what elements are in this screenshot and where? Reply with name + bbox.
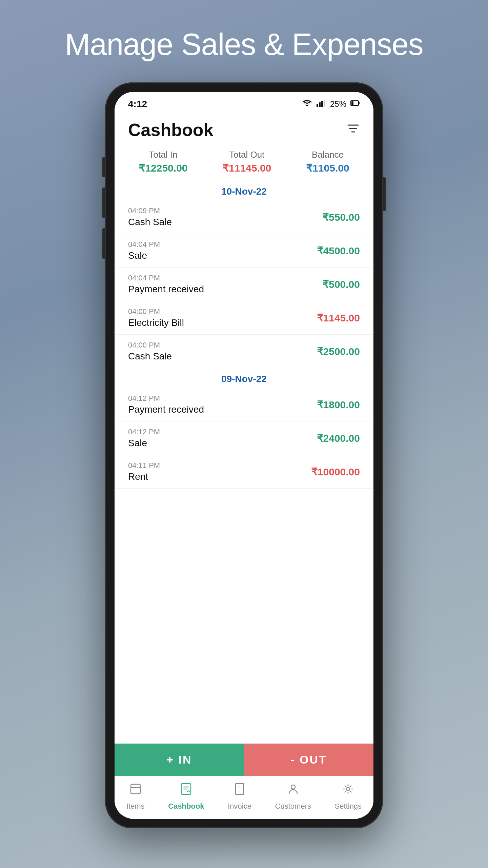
summary-total-in: Total In ₹12250.00: [139, 150, 187, 174]
tx-amount: ₹10000.00: [311, 466, 360, 478]
tx-amount: ₹2500.00: [317, 346, 360, 357]
summary-balance: Balance ₹1105.00: [306, 150, 349, 174]
settings-nav-label: Settings: [335, 802, 362, 811]
transaction-item[interactable]: 04:04 PMPayment received₹500.00: [115, 268, 373, 301]
tx-amount: ₹550.00: [322, 211, 360, 223]
transaction-item[interactable]: 04:00 PMCash Sale₹2500.00: [115, 335, 373, 368]
in-button[interactable]: + IN: [115, 744, 244, 776]
out-button[interactable]: - OUT: [244, 744, 373, 776]
customers-nav-label: Customers: [275, 802, 311, 811]
tx-amount: ₹500.00: [322, 278, 360, 290]
phone-screen: 4:12: [115, 92, 373, 819]
status-time: 4:12: [128, 99, 147, 110]
settings-nav-icon: [341, 782, 355, 800]
transaction-item[interactable]: 04:11 PMRent₹10000.00: [115, 455, 373, 489]
balance-label: Balance: [306, 150, 349, 160]
wifi-icon: [302, 99, 312, 109]
transaction-item[interactable]: 04:12 PMSale₹2400.00: [115, 421, 373, 455]
battery-icon: [350, 99, 360, 109]
svg-rect-8: [131, 784, 140, 794]
tx-name: Sale: [128, 250, 160, 261]
tx-name: Cash Sale: [128, 351, 172, 362]
invoice-nav-label: Invoice: [228, 802, 251, 811]
svg-rect-1: [317, 104, 318, 107]
tx-time: 04:12 PM: [128, 428, 160, 436]
svg-rect-2: [319, 102, 321, 107]
summary-total-out: Total Out ₹11145.00: [222, 150, 271, 174]
transaction-item[interactable]: 04:00 PMElectricity Bill₹1145.00: [115, 301, 373, 335]
signal-icon: [317, 99, 326, 109]
total-in-label: Total In: [139, 150, 187, 160]
customers-nav-icon: [286, 782, 301, 800]
svg-point-15: [291, 785, 295, 789]
tx-time: 04:11 PM: [128, 461, 160, 470]
tx-time: 04:12 PM: [128, 394, 204, 403]
tx-amount: ₹1145.00: [317, 312, 360, 324]
tx-name: Cash Sale: [128, 217, 172, 228]
tx-time: 04:09 PM: [128, 206, 172, 215]
cashbook-nav-label: Cashbook: [168, 802, 204, 811]
status-right: 25%: [302, 99, 360, 109]
nav-item-settings[interactable]: Settings: [335, 782, 362, 811]
nav-item-invoice[interactable]: Invoice: [228, 782, 251, 811]
nav-item-cashbook[interactable]: Cashbook: [168, 782, 204, 811]
nav-item-items[interactable]: Items: [126, 782, 145, 811]
bottom-nav: ItemsCashbookInvoiceCustomersSettings: [115, 776, 373, 819]
tx-name: Sale: [128, 438, 160, 449]
items-nav-icon: [128, 782, 143, 800]
items-nav-label: Items: [126, 802, 145, 811]
date-header: 10-Nov-22: [115, 181, 373, 200]
app-header: Cashbook: [115, 113, 373, 145]
transaction-item[interactable]: 04:09 PMCash Sale₹550.00: [115, 200, 373, 234]
filter-icon[interactable]: [346, 122, 360, 138]
page-title: Manage Sales & Expenses: [65, 27, 423, 62]
date-header: 09-Nov-22: [115, 368, 373, 388]
tx-time: 04:00 PM: [128, 307, 184, 316]
battery-percentage: 25%: [330, 99, 346, 109]
app-title: Cashbook: [128, 120, 213, 140]
svg-point-0: [306, 105, 308, 106]
tx-name: Payment received: [128, 284, 204, 295]
transaction-item[interactable]: 04:04 PMSale₹4500.00: [115, 234, 373, 268]
total-in-value: ₹12250.00: [139, 162, 187, 174]
tx-name: Electricity Bill: [128, 317, 184, 328]
balance-value: ₹1105.00: [306, 162, 349, 174]
total-out-value: ₹11145.00: [222, 162, 271, 174]
tx-amount: ₹1800.00: [317, 399, 360, 411]
invoice-nav-icon: [232, 782, 247, 800]
svg-point-16: [346, 787, 350, 791]
nav-item-customers[interactable]: Customers: [275, 782, 311, 811]
svg-rect-7: [351, 101, 353, 105]
tx-name: Payment received: [128, 404, 204, 415]
tx-amount: ₹2400.00: [317, 432, 360, 444]
tx-time: 04:04 PM: [128, 274, 204, 282]
tx-time: 04:04 PM: [128, 240, 160, 249]
transactions-list: 10-Nov-2204:09 PMCash Sale₹550.0004:04 P…: [115, 181, 373, 744]
svg-rect-3: [321, 101, 323, 107]
svg-rect-6: [359, 102, 360, 104]
status-bar: 4:12: [115, 92, 373, 113]
cashbook-nav-icon: [179, 782, 194, 800]
svg-rect-4: [324, 100, 325, 107]
app-content: Cashbook Total In ₹12250.00 Total Out ₹1…: [115, 113, 373, 819]
tx-amount: ₹4500.00: [317, 245, 360, 257]
transaction-item[interactable]: 04:12 PMPayment received₹1800.00: [115, 388, 373, 421]
summary-row: Total In ₹12250.00 Total Out ₹11145.00 B…: [115, 145, 373, 181]
tx-name: Rent: [128, 471, 160, 482]
tx-time: 04:00 PM: [128, 341, 172, 350]
action-buttons: + IN - OUT: [115, 744, 373, 776]
phone-mockup: 4:12: [105, 82, 383, 828]
total-out-label: Total Out: [222, 150, 271, 160]
